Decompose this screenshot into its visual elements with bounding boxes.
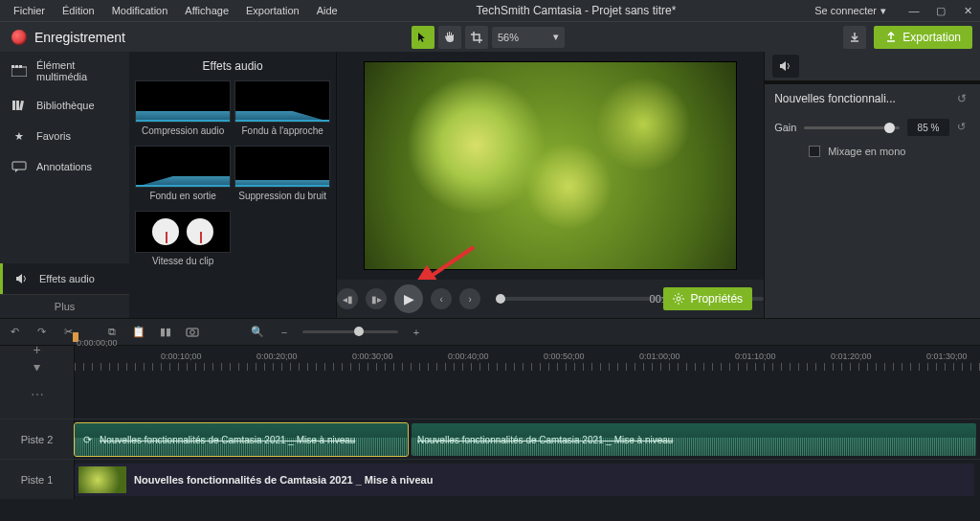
effect-compression[interactable]: Compression audio xyxy=(135,80,231,142)
timeline-zoom-slider[interactable] xyxy=(302,330,398,333)
effect-noise-removal[interactable]: Suppression du bruit xyxy=(234,146,330,207)
select-tool[interactable] xyxy=(412,26,434,49)
seek-handle[interactable] xyxy=(496,294,505,304)
close-button[interactable]: ✕ xyxy=(961,4,974,17)
canvas[interactable] xyxy=(337,52,764,280)
mono-checkbox[interactable] xyxy=(809,146,820,157)
properties-label: Propriétés xyxy=(690,292,743,306)
menu-modify[interactable]: Modification xyxy=(104,3,176,18)
pan-tool[interactable] xyxy=(438,26,461,49)
sidebar-label: Annotations xyxy=(36,161,92,172)
track-options-icon[interactable]: ⋯ xyxy=(31,387,44,402)
next-frame-button[interactable]: ▮▸ xyxy=(366,288,387,309)
main-toolbar: Enregistrement 56%▾ Exportation xyxy=(0,21,980,52)
ruler-label: 0:00:20;00 xyxy=(256,351,298,361)
paste-button[interactable]: 📋 xyxy=(130,324,147,341)
prev-frame-button[interactable]: ◂▮ xyxy=(337,288,358,309)
svg-rect-4 xyxy=(12,101,15,110)
next-marker-button[interactable]: › xyxy=(459,288,480,309)
playback-controls: ◂▮ ▮▸ ▶ ‹ › 00:00 / 07:36 30 ips Proprié… xyxy=(337,280,764,318)
sidebar: Élément multimédia Bibliothèque ★Favoris… xyxy=(0,52,129,318)
reset-gain-icon[interactable]: ↺ xyxy=(957,121,970,134)
zoom-fit-button[interactable]: 🔍 xyxy=(249,324,266,341)
slider-handle[interactable] xyxy=(884,123,895,133)
menu-export[interactable]: Exportation xyxy=(238,3,307,18)
timeline-ruler[interactable]: + ▾ 0:00:00;00 0:00:10;00 0:00:20;00 0:0… xyxy=(0,346,980,371)
reset-icon[interactable]: ↺ xyxy=(957,92,970,105)
effect-fade-in[interactable]: Fondu à l'approche xyxy=(234,80,330,142)
effects-panel-title: Effets audio xyxy=(129,52,336,80)
crop-tool[interactable] xyxy=(465,26,488,49)
menu-edit[interactable]: Édition xyxy=(55,3,102,18)
record-button[interactable]: Enregistrement xyxy=(0,22,137,52)
playhead[interactable] xyxy=(75,346,76,353)
gain-value[interactable]: 85 % xyxy=(907,119,949,136)
speaker-icon xyxy=(14,271,30,286)
sidebar-item-library[interactable]: Bibliothèque xyxy=(0,90,129,121)
sidebar-label: Effets audio xyxy=(39,273,95,284)
redo-button[interactable]: ↷ xyxy=(33,324,50,341)
split-button[interactable]: ▮▮ xyxy=(157,324,174,341)
audio-properties-tab[interactable] xyxy=(772,55,799,78)
sidebar-label: Favoris xyxy=(36,130,71,142)
maximize-button[interactable]: ▢ xyxy=(934,4,947,17)
chevron-down-icon: ▾ xyxy=(553,31,559,43)
sidebar-item-media[interactable]: Élément multimédia xyxy=(0,52,129,90)
canvas-zoom-select[interactable]: 56%▾ xyxy=(492,27,565,48)
download-button[interactable] xyxy=(843,26,866,49)
effect-clip-speed[interactable]: Vitesse du clip xyxy=(135,211,231,272)
effect-label: Fondu à l'approche xyxy=(241,123,323,142)
clip-video[interactable]: Nouvelles fonctionnalités de Camtasia 20… xyxy=(75,464,974,496)
effect-fade-out[interactable]: Fondu en sortie xyxy=(135,146,231,207)
track-2-lane[interactable]: ⟳ Nouvelles fonctionnalités de Camtasia … xyxy=(75,419,980,459)
zoom-value: 56% xyxy=(498,32,519,43)
clip-audio[interactable]: Nouvelles fonctionnalités de Camtasia 20… xyxy=(412,423,976,456)
svg-rect-6 xyxy=(19,101,24,110)
effect-label: Suppression du bruit xyxy=(238,188,326,207)
ruler-scale[interactable]: 0:00:00;00 0:00:10;00 0:00:20;00 0:00:30… xyxy=(75,346,980,371)
svg-rect-1 xyxy=(11,65,14,68)
prev-marker-button[interactable]: ‹ xyxy=(431,288,452,309)
menu-help[interactable]: Aide xyxy=(309,3,345,18)
screenshot-button[interactable] xyxy=(184,324,201,341)
track-1-lane[interactable]: Nouvelles fonctionnalités de Camtasia 20… xyxy=(75,460,980,499)
menu-file[interactable]: Fichier xyxy=(6,3,53,18)
menu-view[interactable]: Affichage xyxy=(177,3,236,18)
track-1: Piste 1 Nouvelles fonctionnalités de Cam… xyxy=(0,459,980,499)
library-icon xyxy=(11,98,27,113)
clip-name: Nouvelles fonctionnalités de Camtasia 20… xyxy=(100,435,355,445)
signin-button[interactable]: Se connecter▾ xyxy=(807,3,894,19)
svg-point-9 xyxy=(677,297,680,301)
sidebar-item-audio-effects[interactable]: Effets audio xyxy=(0,263,129,294)
svg-rect-2 xyxy=(15,65,18,68)
minimize-button[interactable]: — xyxy=(907,4,921,17)
export-button[interactable]: Exportation xyxy=(874,26,972,49)
properties-button[interactable]: Propriétés xyxy=(663,287,752,310)
gain-slider[interactable] xyxy=(804,126,900,129)
track-1-header[interactable]: Piste 1 xyxy=(0,460,75,499)
record-icon xyxy=(11,30,27,45)
workspace: Élément multimédia Bibliothèque ★Favoris… xyxy=(0,52,980,318)
zoom-in-button[interactable]: + xyxy=(408,324,425,341)
preview-frame xyxy=(364,61,737,270)
ruler-label: 0:01:00;00 xyxy=(639,351,680,361)
undo-button[interactable]: ↶ xyxy=(6,324,23,341)
clip-name: Nouvelles fonctionnalités de Camtasia 20… xyxy=(417,435,673,445)
sidebar-item-favorites[interactable]: ★Favoris xyxy=(0,121,129,151)
export-label: Exportation xyxy=(902,31,961,44)
zoom-out-button[interactable]: − xyxy=(276,324,293,341)
clip-audio-selected[interactable]: ⟳ Nouvelles fonctionnalités de Camtasia … xyxy=(75,423,408,456)
sidebar-label: Élément multimédia xyxy=(36,59,118,82)
svg-rect-0 xyxy=(11,67,27,77)
sidebar-more[interactable]: Plus xyxy=(0,294,129,318)
track-2-header[interactable]: Piste 2 xyxy=(0,419,75,459)
ruler-label: 0:00:30;00 xyxy=(352,351,393,361)
signin-label: Se connecter xyxy=(814,5,877,16)
svg-rect-5 xyxy=(16,101,19,110)
zoom-handle[interactable] xyxy=(354,327,364,336)
sidebar-item-annotations[interactable]: Annotations xyxy=(0,151,129,182)
add-track-button[interactable]: + xyxy=(33,342,40,357)
ruler-label: 0:00:50;00 xyxy=(544,351,585,361)
play-button[interactable]: ▶ xyxy=(394,284,423,313)
sidebar-label: Bibliothèque xyxy=(36,100,95,111)
